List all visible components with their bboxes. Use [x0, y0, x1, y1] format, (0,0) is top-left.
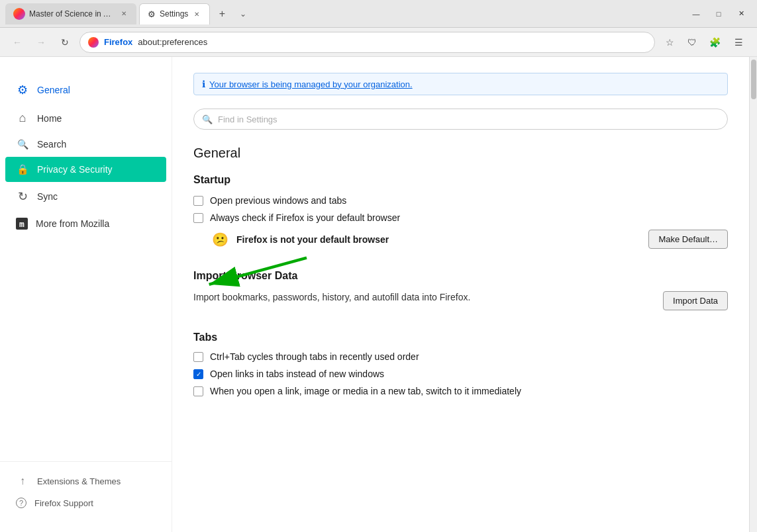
support-icon: ? [16, 498, 26, 508]
option-row-2: Always check if Firefox is your default … [193, 212, 728, 223]
address-url: about:preferences [138, 37, 207, 47]
tabs-option-label-3: When you open a link, image or media in … [210, 386, 521, 396]
tab-1[interactable]: Master of Science in Applied B… ✕ [5, 3, 136, 24]
tabs-option-row-3: When you open a link, image or media in … [193, 386, 728, 396]
address-bar[interactable]: Firefox about:preferences [79, 32, 655, 53]
managed-banner-text: Your browser is being managed by your or… [209, 79, 413, 89]
sidebar-item-sync[interactable]: ↻ Sync [5, 183, 166, 210]
sidebar-item-extensions[interactable]: ↑ Extensions & Themes [5, 470, 166, 492]
lock-icon: 🔒 [16, 163, 29, 175]
extensions-icon[interactable]: 🧩 [705, 33, 724, 52]
firefox-logo-icon [13, 8, 25, 20]
checkbox-open-links[interactable]: ✓ [193, 369, 203, 379]
sidebar-item-general-label: General [37, 85, 70, 95]
content-wrapper: ⚙ General ⌂ Home 🔍 Search 🔒 [0, 57, 757, 532]
sidebar-item-mozilla[interactable]: m More from Mozilla [5, 211, 166, 236]
address-brand: Firefox [104, 37, 132, 47]
settings-gear-icon: ⚙ [148, 9, 156, 19]
tab-settings-close[interactable]: ✕ [192, 9, 201, 19]
content-area: ℹ Your browser is being managed by your … [172, 57, 749, 532]
sidebar-item-privacy[interactable]: 🔒 Privacy & Security [5, 157, 166, 182]
search-icon: 🔍 [16, 139, 29, 150]
scrollbar-track[interactable] [749, 57, 757, 532]
nav-bar: ← → ↻ Firefox about:preferences ☆ 🛡 🧩 ☰ [0, 28, 757, 57]
import-data-button[interactable]: Import Data [663, 291, 728, 310]
menu-button[interactable]: ☰ [728, 33, 749, 52]
back-button[interactable]: ← [8, 33, 26, 52]
checkbox-default-browser[interactable] [193, 213, 203, 223]
forward-button[interactable]: → [32, 33, 50, 52]
sidebar-support-label: Firefox Support [34, 498, 93, 508]
tabs-section: Tabs Ctrl+Tab cycles through tabs in rec… [193, 332, 728, 396]
checkbox-switch-tab[interactable] [193, 386, 203, 396]
minimize-button[interactable]: — [685, 6, 707, 22]
sidebar-item-home[interactable]: ⌂ Home [5, 105, 166, 132]
window-controls: — □ ✕ [685, 6, 752, 22]
startup-title: Startup [193, 174, 728, 186]
maximize-button[interactable]: □ [708, 6, 729, 22]
bookmark-icon[interactable]: ☆ [660, 33, 679, 52]
sidebar-item-sync-label: Sync [37, 191, 58, 202]
sidebar-item-general[interactable]: ⚙ General [5, 76, 166, 104]
find-placeholder: Find in Settings [218, 114, 278, 124]
tab-settings[interactable]: ⚙ Settings ✕ [139, 3, 210, 24]
checkbox-prev-windows[interactable] [193, 196, 203, 206]
new-tab-button[interactable]: + [213, 5, 231, 23]
sidebar-item-search[interactable]: 🔍 Search [5, 132, 166, 156]
extensions-themes-icon: ↑ [16, 475, 29, 487]
scrollbar-thumb[interactable] [751, 60, 756, 99]
tab-1-title: Master of Science in Applied B… [29, 9, 115, 19]
option-label-2: Always check if Firefox is your default … [210, 212, 400, 223]
mozilla-icon: m [16, 218, 28, 230]
page-title: General [193, 146, 728, 161]
import-description: Import bookmarks, passwords, history, an… [193, 292, 650, 302]
tabs-option-label-2: Open links in tabs instead of new window… [210, 369, 384, 379]
sidebar-item-support[interactable]: ? Firefox Support [5, 492, 166, 513]
reload-button[interactable]: ↻ [56, 33, 74, 52]
make-default-button[interactable]: Make Default… [648, 230, 728, 249]
sync-icon: ↻ [16, 189, 29, 204]
browser-frame: Master of Science in Applied B… ✕ ⚙ Sett… [0, 0, 757, 532]
tab-overflow-icon[interactable]: ⌄ [234, 5, 252, 23]
option-row-1: Open previous windows and tabs [193, 195, 728, 206]
import-title: Import Browser Data [193, 270, 728, 282]
info-icon: ℹ [202, 79, 205, 89]
sidebar-item-mozilla-label: More from Mozilla [36, 218, 109, 229]
checkbox-ctrl-tab[interactable] [193, 352, 203, 362]
find-settings-bar[interactable]: 🔍 Find in Settings [193, 109, 728, 130]
tabs-option-label-1: Ctrl+Tab cycles through tabs in recently… [210, 351, 419, 362]
title-bar: Master of Science in Applied B… ✕ ⚙ Sett… [0, 0, 757, 28]
tabs-option-row-1: Ctrl+Tab cycles through tabs in recently… [193, 351, 728, 362]
home-icon: ⌂ [16, 111, 29, 125]
tab-settings-title: Settings [160, 9, 188, 19]
settings-page: ⚙ General ⌂ Home 🔍 Search 🔒 [0, 57, 757, 532]
tabs-option-row-2: ✓ Open links in tabs instead of new wind… [193, 369, 728, 379]
sidebar-bottom: ↑ Extensions & Themes ? Firefox Support [0, 461, 172, 521]
startup-section: Startup Open previous windows and tabs A… [193, 174, 728, 249]
default-browser-row: 😕 Firefox is not your default browser Ma… [212, 230, 728, 249]
sidebar-nav: ⚙ General ⌂ Home 🔍 Search 🔒 [0, 75, 172, 461]
sidebar-extensions-label: Extensions & Themes [37, 476, 121, 486]
pocket-icon[interactable]: 🛡 [683, 33, 701, 52]
sidebar: ⚙ General ⌂ Home 🔍 Search 🔒 [0, 57, 172, 532]
import-section: Import Browser Data Import bookmarks, pa… [193, 270, 728, 310]
sidebar-item-home-label: Home [37, 113, 62, 124]
sad-face-icon: 😕 [212, 232, 228, 247]
tabs-title: Tabs [193, 332, 728, 343]
option-label-1: Open previous windows and tabs [210, 195, 346, 206]
close-button[interactable]: ✕ [731, 6, 752, 22]
import-row: Import bookmarks, passwords, history, an… [193, 291, 728, 310]
sidebar-top [0, 67, 172, 75]
managed-banner: ℹ Your browser is being managed by your … [193, 73, 728, 95]
sidebar-item-search-label: Search [37, 139, 66, 150]
find-search-icon: 🔍 [202, 114, 213, 124]
address-actions: ☆ 🛡 🧩 ☰ [660, 33, 749, 52]
sidebar-item-privacy-label: Privacy & Security [37, 164, 113, 175]
address-firefox-icon [88, 37, 99, 48]
general-icon: ⚙ [16, 83, 29, 97]
tab-1-close[interactable]: ✕ [119, 9, 128, 19]
not-default-text: Firefox is not your default browser [236, 234, 640, 245]
